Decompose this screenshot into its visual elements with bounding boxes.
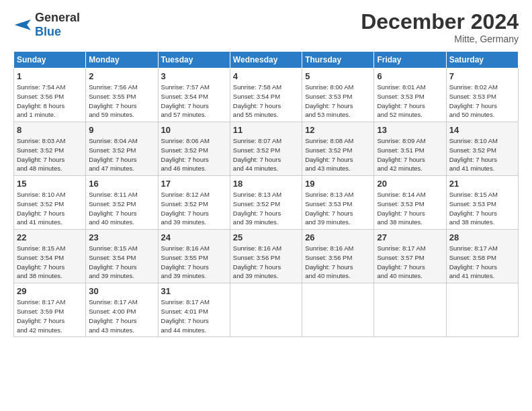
day-info: Sunrise: 7:58 AMSunset: 3:54 PMDaylight:…: [233, 83, 299, 120]
day-info: Sunrise: 8:09 AMSunset: 3:51 PMDaylight:…: [377, 136, 443, 173]
month-title: December 2024: [361, 11, 519, 32]
table-row: 6Sunrise: 8:01 AMSunset: 3:53 PMDaylight…: [374, 68, 446, 122]
col-tuesday: Tuesday: [158, 52, 230, 68]
day-number: 18: [233, 179, 299, 189]
day-number: 17: [161, 179, 227, 189]
table-row: 24Sunrise: 8:16 AMSunset: 3:55 PMDayligh…: [158, 230, 230, 283]
col-thursday: Thursday: [302, 52, 374, 68]
day-info: Sunrise: 8:15 AMSunset: 3:54 PMDaylight:…: [17, 244, 83, 281]
day-number: 27: [377, 232, 443, 242]
day-number: 19: [305, 179, 371, 189]
day-info: Sunrise: 8:17 AMSunset: 3:59 PMDaylight:…: [17, 298, 83, 334]
table-row: 1Sunrise: 7:54 AMSunset: 3:56 PMDaylight…: [14, 68, 86, 122]
day-info: Sunrise: 8:17 AMSunset: 4:00 PMDaylight:…: [89, 298, 154, 334]
day-info: Sunrise: 8:08 AMSunset: 3:52 PMDaylight:…: [305, 136, 371, 173]
title-area: December 2024 Mitte, Germany: [361, 11, 519, 44]
day-info: Sunrise: 7:57 AMSunset: 3:54 PMDaylight:…: [161, 83, 227, 120]
day-info: Sunrise: 8:11 AMSunset: 3:52 PMDaylight:…: [89, 190, 154, 227]
table-row: 22Sunrise: 8:15 AMSunset: 3:54 PMDayligh…: [14, 230, 86, 283]
header-row: Sunday Monday Tuesday Wednesday Thursday…: [14, 52, 519, 68]
day-info: Sunrise: 7:56 AMSunset: 3:55 PMDaylight:…: [89, 83, 154, 120]
calendar-page: General Blue December 2024 Mitte, German…: [0, 0, 532, 344]
day-info: Sunrise: 7:54 AMSunset: 3:56 PMDaylight:…: [17, 83, 83, 120]
logo: General Blue: [13, 11, 80, 39]
table-row: 29Sunrise: 8:17 AMSunset: 3:59 PMDayligh…: [14, 283, 86, 337]
table-row: [230, 283, 302, 337]
day-info: Sunrise: 8:16 AMSunset: 3:56 PMDaylight:…: [305, 244, 371, 281]
table-row: 9Sunrise: 8:04 AMSunset: 3:52 PMDaylight…: [86, 122, 158, 176]
day-number: 2: [89, 71, 154, 81]
table-row: 25Sunrise: 8:16 AMSunset: 3:56 PMDayligh…: [230, 230, 302, 283]
table-row: 7Sunrise: 8:02 AMSunset: 3:53 PMDaylight…: [446, 68, 518, 122]
day-number: 5: [305, 71, 371, 81]
table-row: [302, 283, 374, 337]
table-row: 16Sunrise: 8:11 AMSunset: 3:52 PMDayligh…: [86, 176, 158, 230]
day-number: 21: [449, 179, 515, 189]
table-row: 26Sunrise: 8:16 AMSunset: 3:56 PMDayligh…: [302, 230, 374, 283]
table-row: 12Sunrise: 8:08 AMSunset: 3:52 PMDayligh…: [302, 122, 374, 176]
day-info: Sunrise: 8:06 AMSunset: 3:52 PMDaylight:…: [161, 136, 227, 173]
day-info: Sunrise: 8:15 AMSunset: 3:53 PMDaylight:…: [449, 190, 515, 227]
day-number: 20: [377, 179, 443, 189]
day-number: 28: [449, 232, 515, 242]
day-number: 23: [89, 232, 154, 242]
logo-icon: [13, 15, 32, 34]
week-row-1: 1Sunrise: 7:54 AMSunset: 3:56 PMDaylight…: [14, 68, 519, 122]
day-info: Sunrise: 8:03 AMSunset: 3:52 PMDaylight:…: [17, 136, 83, 173]
day-info: Sunrise: 8:01 AMSunset: 3:53 PMDaylight:…: [377, 83, 443, 120]
day-info: Sunrise: 8:17 AMSunset: 4:01 PMDaylight:…: [161, 298, 227, 334]
day-info: Sunrise: 8:12 AMSunset: 3:52 PMDaylight:…: [161, 190, 227, 227]
col-saturday: Saturday: [446, 52, 518, 68]
day-number: 25: [233, 232, 299, 242]
day-number: 10: [161, 125, 227, 135]
day-info: Sunrise: 8:13 AMSunset: 3:53 PMDaylight:…: [305, 190, 371, 227]
day-number: 4: [233, 71, 299, 81]
day-info: Sunrise: 8:07 AMSunset: 3:52 PMDaylight:…: [233, 136, 299, 173]
col-friday: Friday: [374, 52, 446, 68]
week-row-2: 8Sunrise: 8:03 AMSunset: 3:52 PMDaylight…: [14, 122, 519, 176]
table-row: 21Sunrise: 8:15 AMSunset: 3:53 PMDayligh…: [446, 176, 518, 230]
location: Mitte, Germany: [361, 34, 519, 44]
calendar-body: 1Sunrise: 7:54 AMSunset: 3:56 PMDaylight…: [14, 68, 519, 337]
table-row: 8Sunrise: 8:03 AMSunset: 3:52 PMDaylight…: [14, 122, 86, 176]
day-info: Sunrise: 8:16 AMSunset: 3:55 PMDaylight:…: [161, 244, 227, 281]
day-number: 12: [305, 125, 371, 135]
table-row: [374, 283, 446, 337]
table-row: 4Sunrise: 7:58 AMSunset: 3:54 PMDaylight…: [230, 68, 302, 122]
table-row: 3Sunrise: 7:57 AMSunset: 3:54 PMDaylight…: [158, 68, 230, 122]
table-row: 5Sunrise: 8:00 AMSunset: 3:53 PMDaylight…: [302, 68, 374, 122]
table-row: 2Sunrise: 7:56 AMSunset: 3:55 PMDaylight…: [86, 68, 158, 122]
col-sunday: Sunday: [14, 52, 86, 68]
day-number: 8: [17, 125, 83, 135]
table-row: 10Sunrise: 8:06 AMSunset: 3:52 PMDayligh…: [158, 122, 230, 176]
table-row: 20Sunrise: 8:14 AMSunset: 3:53 PMDayligh…: [374, 176, 446, 230]
logo-general: General: [35, 11, 80, 24]
day-info: Sunrise: 8:14 AMSunset: 3:53 PMDaylight:…: [377, 190, 443, 227]
week-row-4: 22Sunrise: 8:15 AMSunset: 3:54 PMDayligh…: [14, 230, 519, 283]
table-row: 18Sunrise: 8:13 AMSunset: 3:52 PMDayligh…: [230, 176, 302, 230]
day-number: 11: [233, 125, 299, 135]
svg-marker-1: [15, 22, 23, 28]
day-number: 22: [17, 232, 83, 242]
day-info: Sunrise: 8:10 AMSunset: 3:52 PMDaylight:…: [17, 190, 83, 227]
calendar-table: Sunday Monday Tuesday Wednesday Thursday…: [13, 51, 519, 337]
day-info: Sunrise: 8:00 AMSunset: 3:53 PMDaylight:…: [305, 83, 371, 120]
day-info: Sunrise: 8:17 AMSunset: 3:57 PMDaylight:…: [377, 244, 443, 281]
day-number: 6: [377, 71, 443, 81]
header: General Blue December 2024 Mitte, German…: [13, 11, 519, 44]
table-row: 11Sunrise: 8:07 AMSunset: 3:52 PMDayligh…: [230, 122, 302, 176]
table-row: 30Sunrise: 8:17 AMSunset: 4:00 PMDayligh…: [86, 283, 158, 337]
table-row: 23Sunrise: 8:15 AMSunset: 3:54 PMDayligh…: [86, 230, 158, 283]
day-number: 13: [377, 125, 443, 135]
table-row: 17Sunrise: 8:12 AMSunset: 3:52 PMDayligh…: [158, 176, 230, 230]
day-number: 9: [89, 125, 154, 135]
day-number: 31: [161, 286, 227, 296]
col-wednesday: Wednesday: [230, 52, 302, 68]
table-row: 13Sunrise: 8:09 AMSunset: 3:51 PMDayligh…: [374, 122, 446, 176]
day-number: 15: [17, 179, 83, 189]
day-number: 26: [305, 232, 371, 242]
col-monday: Monday: [86, 52, 158, 68]
day-info: Sunrise: 8:04 AMSunset: 3:52 PMDaylight:…: [89, 136, 154, 173]
day-info: Sunrise: 8:10 AMSunset: 3:52 PMDaylight:…: [449, 136, 515, 173]
day-number: 24: [161, 232, 227, 242]
